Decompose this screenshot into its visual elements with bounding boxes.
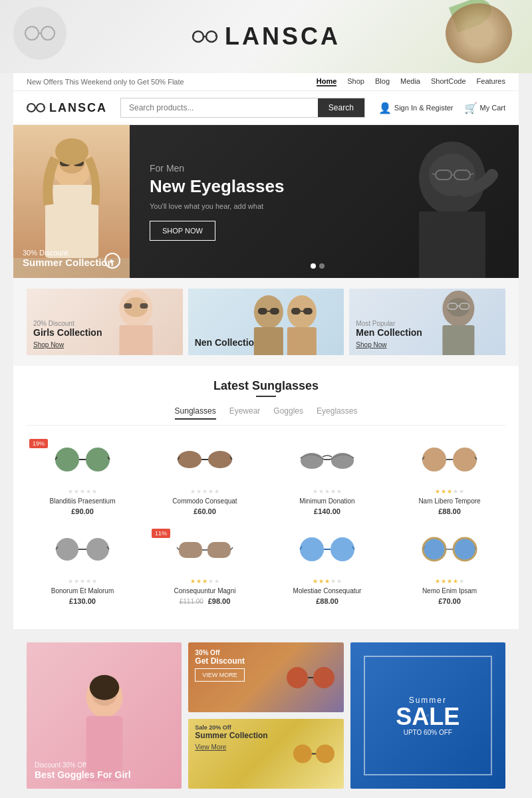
product-6-old-price: £111.00 (180, 598, 203, 605)
product-tabs: Sunglasses Eyewear Goggles Eyeglasses (27, 406, 505, 426)
promo-girls-text: Discount 30% Off Best Goggles For Girl (35, 761, 131, 781)
svg-point-59 (301, 453, 323, 469)
cart-action[interactable]: 🛒 My Cart (464, 102, 506, 114)
product-6-name: Consequuntur Magni (149, 587, 261, 595)
svg-rect-36 (269, 308, 279, 315)
latest-sunglasses-section: Latest Sunglasses Sunglasses Eyewear Gog… (13, 366, 519, 629)
nav-blog[interactable]: Blog (375, 77, 390, 86)
hero-left-image (13, 125, 130, 258)
product-8-name: Nemo Enim Ipsam (394, 587, 505, 595)
svg-point-67 (56, 538, 78, 561)
product-8-stars: ★★★★★ (394, 578, 505, 585)
cart-icon: 🛒 (464, 102, 477, 114)
svg-rect-44 (443, 325, 475, 355)
svg-point-4 (206, 31, 217, 42)
product-5-name: Bonorum Et Malorum (27, 587, 138, 595)
promo-section: Discount 30% Off Best Goggles For Girl 3… (13, 629, 519, 798)
header-logo: LANSCA (27, 101, 107, 115)
header-actions: 👤 Sign In & Register 🛒 My Cart (378, 102, 505, 114)
product-7: ★★★★★ Molestiae Consequatur £88.00 (271, 526, 383, 605)
svg-point-63 (453, 448, 477, 471)
product-1: 19% ★★★★★ Blanditiis Praesentium £90.00 (27, 436, 138, 515)
hero-logo: LANSCA (192, 23, 340, 51)
product-1-stars: ★★★★★ (27, 488, 138, 495)
cart-label: My Cart (480, 104, 506, 112)
svg-point-55 (208, 451, 232, 468)
svg-point-68 (86, 538, 109, 561)
hero-pagination (311, 263, 325, 269)
hero-left-discount: 30% Discount (23, 249, 114, 257)
tab-goggles[interactable]: Goggles (273, 406, 303, 420)
nav-shop[interactable]: Shop (347, 77, 364, 86)
svg-rect-72 (179, 542, 202, 558)
play-button[interactable]: ▶ (104, 253, 120, 269)
product-5-stars: ★★★★★ (27, 578, 138, 585)
svg-point-77 (300, 537, 324, 561)
product-4: ★★★★★ Nam Libero Tempore £88.00 (394, 436, 505, 515)
hero-main-title: New Eyeglasses (150, 176, 499, 197)
product-2-img (149, 436, 261, 483)
hero-left-panel: 30% Discount Summer Collection ▶ (13, 125, 130, 278)
product-2-price: £60.00 (149, 507, 261, 515)
header: LANSCA Search 👤 Sign In & Register 🛒 My … (13, 91, 519, 125)
promo-grid: Discount 30% Off Best Goggles For Girl 3… (27, 642, 505, 789)
svg-point-0 (25, 27, 39, 40)
collections-section: 20% Discount Girls Collection Shop Now N… (13, 278, 519, 366)
svg-point-9 (37, 104, 45, 112)
search-button[interactable]: Search (318, 98, 364, 117)
svg-point-60 (331, 453, 354, 469)
product-7-name: Molestiae Consequatur (271, 587, 383, 595)
product-2-stars: ★★★★★ (149, 488, 261, 495)
svg-line-7 (215, 35, 217, 37)
hero-right-panel: For Men New Eyeglasses You'll love what … (130, 125, 519, 278)
svg-line-75 (177, 547, 179, 550)
svg-rect-31 (124, 303, 132, 309)
svg-point-8 (27, 104, 35, 112)
main-container: New Offers This Weekend only to Get 50% … (13, 73, 519, 798)
promo-top-subtitle: Get Discount (195, 656, 245, 666)
shop-now-button[interactable]: SHOP NOW (150, 221, 215, 241)
promo-text: New Offers This Weekend only to Get 50% … (27, 78, 184, 86)
promo-bottom-badge: Sale 20% Off (195, 724, 267, 731)
product-5-price: £130.00 (27, 597, 138, 605)
hero-left-text: 30% Discount Summer Collection (23, 249, 114, 269)
collection-girls: 20% Discount Girls Collection Shop Now (27, 289, 183, 355)
svg-point-50 (86, 448, 110, 471)
tab-sunglasses[interactable]: Sunglasses (175, 406, 216, 420)
product-1-price: £90.00 (27, 507, 138, 515)
promo-bottom-title: Summer Collection (195, 731, 267, 740)
svg-point-96 (287, 667, 308, 688)
svg-point-49 (55, 448, 79, 471)
product-3-price: £140.00 (271, 507, 383, 515)
signin-action[interactable]: 👤 Sign In & Register (378, 102, 454, 114)
nav-media[interactable]: Media (400, 77, 420, 86)
svg-point-100 (316, 744, 334, 763)
svg-rect-40 (291, 308, 300, 315)
product-grid-row2: ★★★★★ Bonorum Et Malorum £130.00 11% (27, 526, 505, 605)
product-5-img (27, 526, 138, 573)
hero-dot-2[interactable] (319, 263, 325, 269)
tab-eyewear[interactable]: Eyewear (229, 406, 261, 420)
sale-upto: UPTO 60% OFF (396, 729, 460, 736)
search-input[interactable] (121, 98, 318, 117)
svg-point-54 (178, 451, 201, 468)
tab-eyeglasses[interactable]: Eyeglasses (317, 406, 357, 420)
svg-rect-34 (253, 327, 283, 355)
svg-rect-73 (207, 542, 231, 558)
promo-view-more-link[interactable]: View More (195, 743, 226, 751)
nav-home[interactable]: Home (317, 77, 337, 86)
view-more-button[interactable]: VIEW MORE (195, 668, 245, 682)
product-3: ★★★★★ Minimum Donation £140.00 (271, 436, 383, 515)
promo-card-girls: Discount 30% Off Best Goggles For Girl (27, 642, 182, 789)
search-bar[interactable]: Search (120, 98, 365, 118)
svg-line-6 (193, 35, 194, 37)
product-8-price: £70.00 (394, 597, 505, 605)
nav-features[interactable]: Features (477, 77, 505, 86)
hero-dot-1[interactable] (311, 263, 316, 269)
hero-description: You'll love what you hear, add what (150, 202, 499, 210)
product-5: ★★★★★ Bonorum Et Malorum £130.00 (27, 526, 138, 605)
svg-line-76 (231, 547, 233, 550)
nav-shortcode[interactable]: ShortCode (431, 77, 466, 86)
product-4-img (394, 436, 505, 483)
sale-text: Summer SALE UPTO 60% OFF (396, 696, 460, 736)
